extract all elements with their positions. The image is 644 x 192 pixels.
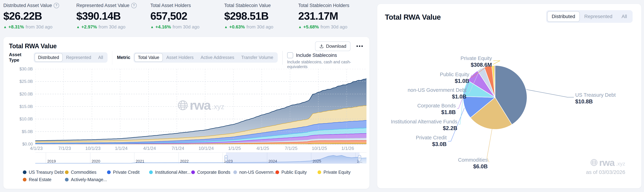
legend-item-non-us-governm-[interactable]: non-US Governm...	[233, 169, 277, 175]
stat-label-row: Total Stablecoin Value	[224, 2, 273, 8]
stat-value: $298.51B	[224, 10, 273, 22]
x-axis-label: 10/1/25	[307, 146, 332, 151]
pie-label-name: non-US Government Debt	[408, 87, 466, 93]
download-button[interactable]: Download	[315, 42, 350, 51]
pie-label-name: Institutional Alternative Funds	[391, 118, 457, 125]
legend-item-real-estate[interactable]: Real Estate	[23, 176, 52, 182]
include-stablecoins-checkbox[interactable]	[287, 52, 293, 58]
y-axis-label: $5.0B	[4, 129, 33, 134]
stat-label-row: Represented Asset Value?	[76, 2, 137, 8]
asset-type-option-represented[interactable]: Represented	[63, 53, 95, 62]
pie-label-commodities: Commodities$6.0B	[458, 157, 488, 170]
rwa-watermark: rwa .xyz	[590, 158, 625, 167]
legend-item-public-equity[interactable]: Public Equity	[276, 169, 307, 175]
pie-label-value: $6.0B	[458, 163, 488, 170]
stat-label: Total Stablecoin Holders	[298, 3, 349, 8]
stat-value: 231.17M	[298, 10, 349, 22]
metric-option-total-value[interactable]: Total Value	[134, 53, 163, 62]
legend-dot	[233, 170, 237, 174]
metric-option-asset-holders[interactable]: Asset Holders	[163, 53, 197, 62]
legend-label: Private Equity	[324, 170, 350, 175]
pie-label-name: Commodities	[458, 157, 488, 163]
stat-delta: ▲+4.16%from 30d ago	[150, 24, 200, 30]
stacked-area-chart[interactable]	[35, 69, 366, 145]
rwa-dashboard: Distributed Asset Value?$26.22B▲+8.31%fr…	[0, 0, 644, 192]
legend-item-institutional-alter-[interactable]: Institutional Alter...	[149, 169, 191, 175]
legend-dot	[276, 170, 279, 174]
stat-delta-suffix: from 30d ago	[246, 24, 273, 30]
time-range-brush[interactable]: 20192020202120222023202420252...	[35, 152, 366, 164]
legend-item-us-treasury-debt[interactable]: US Treasury Debt	[23, 169, 64, 175]
svg-text:2021: 2021	[136, 159, 144, 164]
legend-dot	[23, 178, 26, 182]
svg-text:2020: 2020	[92, 159, 100, 164]
stat-delta-suffix: from 30d ago	[320, 24, 347, 30]
stat-delta-pct: +2.97%	[82, 24, 97, 30]
brush-handle-left[interactable]	[225, 155, 228, 161]
chart-card-header: Total RWA Value Download	[9, 41, 364, 52]
pie-toggle-option-distributed[interactable]: Distributed	[547, 11, 580, 22]
pie-label-value: $308.6M	[460, 62, 492, 68]
legend-label: Commodities	[71, 170, 96, 175]
legend-item-private-equity[interactable]: Private Equity	[318, 169, 350, 175]
legend-label: Institutional Alter...	[155, 170, 191, 175]
y-axis-label: $15.0B	[4, 104, 33, 109]
up-triangle-icon: ▲	[76, 25, 80, 29]
metric-group: Metric Total ValueAsset HoldersActive Ad…	[117, 52, 278, 63]
stat-delta-pct: +5.68%	[303, 24, 319, 30]
legend-item-actively-manage-[interactable]: Actively-Manage...	[65, 176, 107, 182]
svg-text:2019: 2019	[47, 159, 56, 164]
pie-label-private-equity: Private Equity$308.6M	[460, 55, 492, 68]
download-icon	[319, 44, 324, 48]
as-of-date: as of 03/03/2026	[586, 169, 625, 175]
legend-item-private-credit[interactable]: Private Credit	[107, 169, 140, 175]
stat-delta-suffix: from 30d ago	[98, 24, 126, 30]
stat-delta: ▲+5.68%from 30d ago	[298, 24, 349, 30]
brush-handle-right[interactable]	[358, 155, 361, 161]
help-icon[interactable]: ?	[131, 3, 137, 8]
pie-label-name: US Treasury Debt	[575, 92, 616, 98]
legend-label: non-US Governm...	[239, 170, 277, 175]
pie-toggle-option-all[interactable]: All	[617, 11, 632, 22]
legend-dot	[191, 170, 195, 174]
pie-card-header: Total RWA Value DistributedRepresentedAl…	[385, 10, 632, 23]
brush-selection[interactable]	[226, 152, 360, 164]
stat-delta-pct: +4.16%	[156, 24, 171, 30]
legend-label: Private Credit	[113, 170, 140, 175]
chart-controls: Asset Type DistributedRepresentedAll Met…	[9, 52, 370, 69]
pie-label-value: $1.0B	[408, 93, 466, 100]
legend-label: Corporate Bonds	[197, 170, 230, 175]
watermark-tld: .xyz	[616, 161, 625, 167]
x-axis-label: 10/1/23	[81, 146, 105, 151]
asset-type-option-all[interactable]: All	[95, 53, 107, 62]
stat-label-row: Total Stablecoin Holders	[298, 2, 349, 8]
pie-card-footer: rwa .xyz as of 03/03/2026	[586, 158, 625, 175]
pie-label-public-equity: Public Equity$1.0B	[440, 71, 469, 84]
chart-card-title: Total RWA Value	[9, 42, 57, 50]
legend-label: Public Equity	[282, 170, 307, 175]
stat-card: Total Asset Holders657,502▲+4.16%from 30…	[150, 2, 200, 30]
include-stablecoins-label: Include Stablecoins	[296, 53, 337, 58]
divider	[112, 51, 112, 64]
legend-label: Actively-Manage...	[71, 177, 107, 182]
x-axis-label: 1/1/24	[109, 146, 134, 151]
up-triangle-icon: ▲	[150, 25, 154, 29]
asset-type-label: Asset Type	[9, 52, 30, 63]
more-menu-button[interactable]	[355, 44, 364, 48]
legend-dot	[149, 170, 153, 174]
pie-label-value: $10.8B	[575, 98, 616, 105]
metric-option-active-addresses[interactable]: Active Addresses	[197, 53, 238, 62]
asset-type-option-distributed[interactable]: Distributed	[34, 53, 63, 62]
legend-item-commodities[interactable]: Commodities	[65, 169, 96, 175]
help-icon[interactable]: ?	[54, 3, 59, 8]
stat-delta-pct: +0.63%	[229, 24, 245, 30]
metric-option-transfer-volume[interactable]: Transfer Volume	[238, 53, 277, 62]
legend-item-corporate-bonds[interactable]: Corporate Bonds	[191, 169, 230, 175]
x-axis-label: 1/1/26	[336, 146, 360, 151]
stat-delta-suffix: from 30d ago	[172, 24, 200, 30]
include-stablecoins-caption: Include stablecoins, cash and cash-equiv…	[287, 60, 370, 69]
pie-toggle-option-represented[interactable]: Represented	[580, 11, 617, 22]
stat-label-row: Distributed Asset Value?	[3, 2, 59, 8]
include-stablecoins-group: Include Stablecoins Include stablecoins,…	[287, 52, 370, 69]
pie-label-value: $1.0B	[440, 78, 469, 84]
